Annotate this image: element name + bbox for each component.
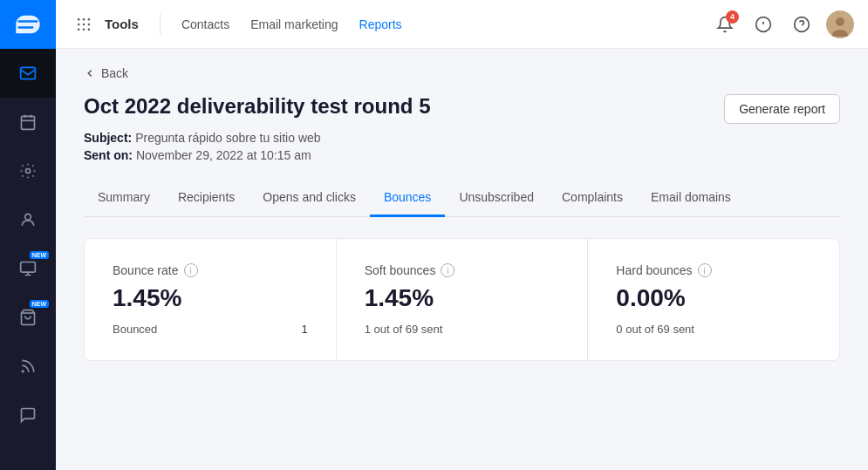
subject-value: Pregunta rápido sobre tu sitio web <box>135 131 320 145</box>
svg-point-9 <box>22 371 24 372</box>
new-badge-cart: NEW <box>30 300 49 308</box>
topnav-actions: 4 <box>711 10 854 38</box>
soft-sent-label: 1 out of 69 sent <box>365 323 443 336</box>
sidebar-item-calendar[interactable] <box>0 98 56 146</box>
back-label: Back <box>101 66 128 80</box>
content-area: Back Oct 2022 deliverability test round … <box>56 49 868 470</box>
apps-grid-icon[interactable] <box>70 10 98 38</box>
help-icon[interactable] <box>788 10 816 38</box>
new-badge: NEW <box>30 251 49 259</box>
user-avatar[interactable] <box>826 10 854 38</box>
hard-bounces-card: Hard bounces i 0.00% 0 out of 69 sent <box>588 239 839 360</box>
sent-row: Sent on: November 29, 2022 at 10:15 am <box>84 148 840 162</box>
stats-container: Bounce rate i 1.45% Bounced 1 Soft bounc… <box>84 238 840 361</box>
tab-complaints[interactable]: Complaints <box>548 180 637 217</box>
topnav-email-marketing[interactable]: Email marketing <box>250 17 338 31</box>
hard-bounces-info-icon[interactable]: i <box>698 263 712 277</box>
page-header: Oct 2022 deliverability test round 5 Gen… <box>84 94 840 124</box>
sidebar-item-settings[interactable] <box>0 146 56 195</box>
nav-divider <box>160 14 161 35</box>
tab-bounces[interactable]: Bounces <box>370 180 445 217</box>
bounced-label: Bounced <box>113 323 157 336</box>
tab-recipients[interactable]: Recipients <box>164 180 249 217</box>
hard-sent-label: 0 out of 69 sent <box>616 323 694 336</box>
svg-rect-1 <box>22 116 35 129</box>
hard-bounces-detail: 0 out of 69 sent <box>616 323 811 336</box>
tab-unsubscribed[interactable]: Unsubscribed <box>445 180 548 217</box>
tab-email-domains[interactable]: Email domains <box>637 180 745 217</box>
alerts-icon[interactable] <box>749 10 777 38</box>
svg-point-6 <box>25 214 31 220</box>
sidebar-item-email[interactable] <box>0 49 56 98</box>
main-area: Tools Contacts Email marketing Reports 4 <box>56 0 868 470</box>
sidebar-item-campaigns[interactable]: NEW <box>0 244 56 293</box>
sidebar: NEW NEW <box>0 0 56 470</box>
page-title: Oct 2022 deliverability test round 5 <box>84 94 430 119</box>
sidebar-item-cart[interactable]: NEW <box>0 293 56 342</box>
bounce-rate-value: 1.45% <box>113 284 308 312</box>
hard-bounces-label: Hard bounces i <box>616 263 811 277</box>
svg-point-14 <box>83 23 85 25</box>
svg-rect-7 <box>21 262 36 273</box>
subject-row: Subject: Pregunta rápido sobre tu sitio … <box>84 131 840 145</box>
subject-label: Subject: <box>84 131 132 145</box>
topnav-reports[interactable]: Reports <box>359 17 402 31</box>
svg-point-11 <box>83 17 85 20</box>
soft-bounces-info-icon[interactable]: i <box>441 263 455 277</box>
bounce-rate-card: Bounce rate i 1.45% Bounced 1 <box>85 239 337 360</box>
topnav-contacts[interactable]: Contacts <box>181 17 229 31</box>
svg-rect-0 <box>21 67 36 78</box>
soft-bounces-value: 1.45% <box>365 284 560 312</box>
soft-bounces-detail: 1 out of 69 sent <box>365 323 560 336</box>
topnav: Tools Contacts Email marketing Reports 4 <box>56 0 868 49</box>
svg-point-12 <box>88 17 91 20</box>
svg-point-13 <box>78 23 80 25</box>
soft-bounces-label: Soft bounces i <box>365 263 560 277</box>
svg-point-24 <box>836 17 844 26</box>
bounce-rate-label: Bounce rate i <box>113 263 308 277</box>
tools-label: Tools <box>105 17 139 31</box>
sent-label: Sent on: <box>84 148 133 162</box>
sidebar-item-chat[interactable] <box>0 391 56 439</box>
svg-point-18 <box>88 28 91 31</box>
bounced-value: 1 <box>301 323 307 336</box>
notification-badge: 4 <box>726 10 739 24</box>
back-link[interactable]: Back <box>84 66 840 80</box>
bounce-rate-detail: Bounced 1 <box>113 323 308 336</box>
sidebar-item-contacts[interactable] <box>0 195 56 244</box>
topnav-links: Contacts Email marketing Reports <box>181 17 711 31</box>
sent-value: November 29, 2022 at 10:15 am <box>136 148 311 162</box>
bounce-rate-info-icon[interactable]: i <box>184 263 198 277</box>
tab-summary[interactable]: Summary <box>84 180 164 217</box>
svg-point-17 <box>83 28 85 31</box>
logo[interactable] <box>0 0 56 49</box>
hard-bounces-value: 0.00% <box>616 284 811 312</box>
svg-point-5 <box>26 169 31 174</box>
tabs: Summary Recipients Opens and clicks Boun… <box>84 180 840 217</box>
generate-report-button[interactable]: Generate report <box>724 94 840 124</box>
tab-opens-clicks[interactable]: Opens and clicks <box>249 180 370 217</box>
sidebar-item-rss[interactable] <box>0 342 56 391</box>
svg-point-15 <box>88 23 91 25</box>
svg-point-16 <box>78 28 80 31</box>
notifications-icon[interactable]: 4 <box>711 10 739 38</box>
svg-point-10 <box>78 17 80 20</box>
soft-bounces-card: Soft bounces i 1.45% 1 out of 69 sent <box>337 239 589 360</box>
